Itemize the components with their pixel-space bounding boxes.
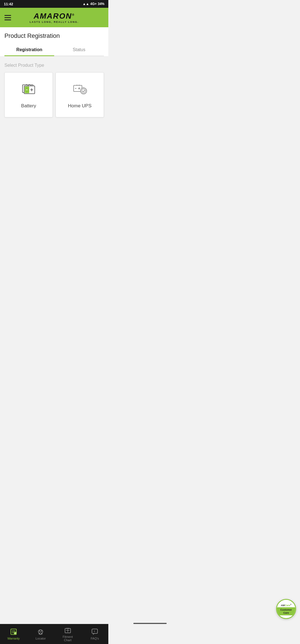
logo-container: AMARON® LASTS LONG, REALLY LONG.: [29, 12, 79, 23]
tab-registration[interactable]: Registration: [4, 44, 54, 56]
locator-icon: [37, 628, 44, 636]
fitment-chart-icon: [64, 626, 72, 634]
status-icons: ▲▲ 4G+ 34%: [82, 2, 104, 6]
time: 11:42: [4, 2, 13, 6]
hamburger-menu[interactable]: [4, 15, 11, 20]
svg-rect-30: [67, 628, 68, 629]
faqs-nav-label: FAQ's: [91, 637, 99, 640]
header: AMARON® LASTS LONG, REALLY LONG.: [0, 8, 108, 27]
fitment-chart-nav-label: Fitment Chart: [62, 635, 73, 642]
status-bar: 11:42 ▲▲ 4G+ 34%: [0, 0, 108, 8]
svg-rect-5: [30, 85, 32, 86]
home-ups-label: Home UPS: [68, 103, 91, 109]
nav-fitment-chart[interactable]: Fitment Chart: [54, 624, 81, 644]
svg-rect-11: [76, 85, 78, 86]
warranty-nav-label: Warranty: [8, 637, 20, 640]
svg-text:?: ?: [94, 630, 95, 633]
battery-status: 34%: [98, 2, 104, 6]
svg-rect-31: [68, 628, 69, 629]
page-title-bar: Product Registration Registration Status: [0, 27, 108, 56]
home-ups-card[interactable]: Home UPS: [56, 72, 104, 117]
nav-warranty[interactable]: Warranty: [0, 624, 27, 644]
nav-faqs[interactable]: ? FAQ's: [81, 624, 109, 644]
tab-status[interactable]: Status: [54, 44, 104, 56]
svg-rect-4: [28, 85, 29, 86]
svg-rect-12: [79, 85, 80, 86]
locator-nav-label: Locator: [36, 637, 46, 640]
content-area: Select Product Type: [0, 56, 108, 223]
battery-label: Battery: [21, 103, 36, 109]
warranty-icon: [10, 628, 18, 636]
battery-icon: [20, 81, 37, 99]
product-type-cards: Battery: [4, 72, 104, 117]
home-ups-icon: [71, 81, 88, 99]
tagline: LASTS LONG, REALLY LONG.: [29, 21, 79, 23]
svg-point-17: [82, 89, 86, 93]
battery-card[interactable]: Battery: [4, 72, 53, 117]
page-title: Product Registration: [4, 32, 104, 39]
svg-rect-2: [29, 84, 30, 85]
bottom-nav: Warranty Locator Fitment Chart ? FAQ's: [0, 624, 108, 644]
faqs-icon: ?: [91, 628, 99, 636]
tabs: Registration Status: [4, 44, 104, 56]
svg-rect-1: [26, 84, 27, 85]
section-label: Select Product Type: [4, 63, 104, 68]
nav-locator[interactable]: Locator: [27, 624, 54, 644]
wifi-icon: 4G+: [90, 2, 97, 6]
signal-icon: ▲▲: [82, 2, 89, 6]
logo: AMARON®: [29, 12, 79, 21]
